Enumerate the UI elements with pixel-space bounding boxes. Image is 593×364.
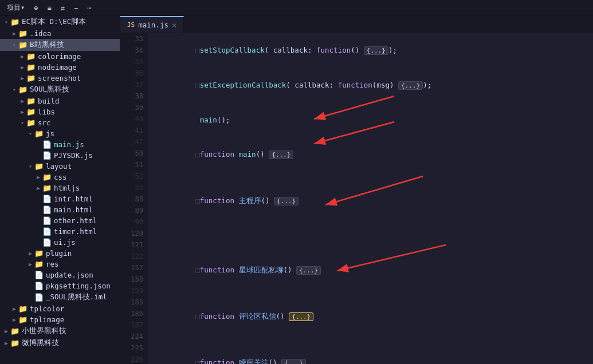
expand-arrow: ▶ (2, 328, 10, 334)
expand-arrow: ▶ (18, 98, 26, 104)
sidebar-item-libs[interactable]: ▶ 📁 libs (0, 106, 120, 117)
sidebar-item-pkgsetting[interactable]: ▶ 📄 pkgsetting.json (0, 280, 120, 291)
sidebar-item-xiaoshijie[interactable]: ▶ 📁 小世界黑科技 (0, 325, 120, 337)
toolbar-more[interactable]: ⋯ (85, 3, 93, 13)
tab-mainjs[interactable]: JS main.js × (120, 16, 184, 33)
sync-icon: ⇄ (61, 4, 65, 12)
sidebar-item-tplimage[interactable]: ▶ 📁 tplimage (0, 314, 120, 325)
sidebar-item-css[interactable]: ▶ 📁 css (0, 172, 120, 183)
code-line (152, 219, 588, 230)
sidebar-item-tplcolor[interactable]: ▶ 📁 tplcolor (0, 303, 120, 314)
collapsed-block[interactable]: {...} (296, 266, 321, 275)
code-token: (msg) (372, 81, 398, 89)
code-token: function (200, 266, 234, 274)
code-line: □function 瞬间关注() {...} (152, 346, 588, 364)
code-token: () (256, 150, 269, 159)
folder-icon: 📁 (34, 162, 44, 171)
sidebar-item-label: SOUL黑科技 (30, 85, 120, 94)
sidebar-item-timerhtml[interactable]: ▶ 📄 timer.html (0, 226, 120, 237)
sidebar-item-label: css (54, 173, 120, 181)
toolbar-add[interactable]: ⊕ (32, 3, 40, 13)
collapsed-block[interactable]: {...} (364, 46, 388, 55)
folder-icon: 📁 (34, 249, 44, 258)
expand-arrow: ▶ (18, 53, 26, 60)
expand-arrow: ▶ (18, 64, 26, 70)
js-file-icon: 📄 (42, 140, 52, 149)
sidebar-item-label: res (46, 260, 120, 268)
folder-icon: 📁 (18, 29, 28, 38)
sidebar-item-label: 小世界黑科技 (22, 326, 120, 336)
iml-file-icon: 📄 (34, 293, 44, 302)
sidebar-item-plugin[interactable]: ▶ 📁 plugin (0, 248, 120, 259)
expand-arrow: ▶ (26, 261, 34, 267)
code-token: () (284, 266, 297, 274)
expand-arrow: ▶ (10, 306, 18, 312)
sidebar-item-idea[interactable]: ▶ 📁 .idea (0, 28, 120, 39)
folder-icon: 📁 (26, 74, 36, 82)
toolbar-project-menu[interactable]: 项目▾ (5, 2, 27, 14)
sidebar-item-label: nodeimage (38, 63, 120, 72)
code-container[interactable]: 33 34 35 36 37 38 39 40 41 42 50 51 52 5… (120, 33, 593, 364)
sidebar-item-layout[interactable]: ▾ 📁 layout (0, 161, 120, 172)
toolbar-menu[interactable]: ≡ (45, 3, 53, 13)
sidebar-item-uijs[interactable]: ▶ 📄 ui.js (0, 237, 120, 248)
folder-icon: 📁 (26, 118, 36, 127)
expand-arrow: ▾ (26, 130, 34, 137)
expand-arrow: ▾ (18, 120, 26, 126)
code-token: () (261, 196, 274, 205)
minus-icon: − (74, 4, 78, 12)
folder-icon: 📁 (10, 18, 19, 26)
tabbar: JS main.js × (120, 16, 593, 33)
sidebar-item-pjysdk[interactable]: ▶ 📄 PJYSDK.js (0, 150, 120, 161)
sidebar-item-screenshot[interactable]: ▶ 📁 screenshot (0, 73, 120, 84)
expand-arrow: ▶ (10, 30, 18, 37)
folder-icon: 📁 (26, 108, 36, 116)
collapsed-block[interactable]: {...} (269, 151, 293, 159)
sidebar-item-js[interactable]: ▾ 📁 js (0, 128, 120, 139)
folder-icon: 📁 (26, 97, 36, 105)
sidebar-item-otherhtml[interactable]: ▶ 📄 other.html (0, 215, 120, 226)
sidebar-item-colorimage[interactable]: ▶ 📁 colorimage (0, 51, 120, 62)
tab-close-button[interactable]: × (172, 21, 176, 30)
sidebar-item-res[interactable]: ▶ 📁 res (0, 259, 120, 270)
sidebar-item-intr[interactable]: ▶ 📄 intr.html (0, 193, 120, 204)
sidebar-item-htmljs[interactable]: ▶ 📁 htmljs (0, 183, 120, 193)
sidebar-item-souliml[interactable]: ▶ 📄 _SOUL黑科技.iml (0, 291, 120, 303)
code-token: 瞬间关注 (239, 358, 269, 364)
sidebar-item-label: src (38, 118, 120, 127)
sidebar-item-mainjs[interactable]: ▶ 📄 main.js (0, 139, 120, 150)
code-token: function (200, 196, 234, 205)
js-file-icon: 📄 (42, 151, 52, 160)
collapsed-block[interactable]: {...} (398, 81, 423, 90)
html-file-icon: 📄 (42, 205, 52, 214)
folder-icon: 📁 (26, 52, 36, 61)
code-token: ); (423, 81, 431, 89)
code-token: ); (388, 46, 397, 54)
sidebar-item-updatejson[interactable]: ▶ 📄 update.json (0, 270, 120, 280)
collapsed-block[interactable]: {...} (274, 197, 299, 205)
sidebar-item-label: pkgsetting.json (46, 282, 120, 290)
sidebar-item-build[interactable]: ▶ 📁 build (0, 96, 120, 106)
sidebar-item-mainhtml[interactable]: ▶ 📄 main.html (0, 204, 120, 215)
json-file-icon: 📄 (34, 271, 44, 279)
sidebar-item-weibo[interactable]: ▶ 📁 微博黑科技 (0, 337, 120, 349)
sidebar-item-label: ui.js (54, 238, 120, 247)
code-line: main(); (152, 103, 588, 137)
sidebar-item-label: plugin (46, 249, 120, 258)
sidebar-item-ec-root[interactable]: ▾ 📁 EC脚本 D:\EC脚本 (0, 16, 120, 28)
sidebar-item-label: layout (46, 162, 120, 171)
toolbar: 项目▾ ⊕ ≡ ⇄ − ⋯ (0, 0, 593, 16)
folder-icon: 📁 (42, 184, 52, 192)
sidebar-item-src[interactable]: ▾ 📁 src (0, 117, 120, 128)
toolbar-minus[interactable]: − (72, 3, 80, 13)
toolbar-sync[interactable]: ⇄ (58, 3, 67, 13)
folder-icon: 📁 (10, 327, 19, 335)
sidebar-item-soul[interactable]: ▾ 📁 SOUL黑科技 (0, 84, 120, 96)
collapsed-block[interactable]: {...} (281, 359, 306, 364)
sidebar-item-nodeimage[interactable]: ▶ 📁 nodeimage (0, 62, 120, 73)
js-file-icon: 📄 (42, 238, 52, 247)
expand-arrow: ▶ (18, 109, 26, 115)
collapsed-block[interactable]: {...} (289, 312, 313, 321)
sidebar-item-label: main.js (54, 140, 120, 149)
sidebar-item-bstation[interactable]: ▾ 📁 B站黑科技 (0, 39, 120, 51)
